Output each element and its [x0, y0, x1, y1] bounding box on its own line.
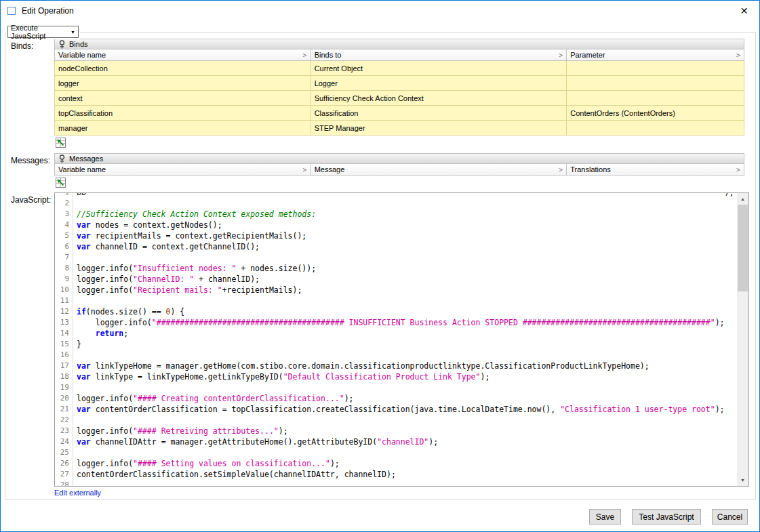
sort-indicator-icon: > [559, 166, 563, 173]
edit-table-icon [55, 137, 66, 148]
table-cell[interactable]: topClassification [55, 106, 311, 121]
binds-edit-table-button[interactable] [54, 137, 66, 149]
code-line[interactable]: logger.info("Insufficient nodes: " + nod… [74, 263, 734, 274]
code-line[interactable]: logger.info("#### Retreiving attributes.… [74, 426, 734, 436]
javascript-editor[interactable]: 1234567891011121314151617181920212223242… [54, 192, 749, 487]
table-row: loggerLogger [54, 76, 744, 91]
line-number: 5 [55, 230, 73, 241]
code-line[interactable]: var channelID = context.getChannelID(); [74, 241, 734, 252]
scroll-up-icon[interactable]: ▲ [737, 193, 748, 205]
table-cell[interactable] [567, 61, 744, 76]
save-button[interactable]: Save [589, 509, 621, 525]
binds-table-title: Binds [69, 40, 88, 48]
table-cell[interactable]: Current Object [311, 61, 567, 76]
code-line[interactable]: if(nodes.size() == 0) { [74, 306, 734, 317]
table-cell[interactable] [567, 91, 744, 106]
code-line[interactable]: var linkType = linkTypeHome.getLinkTypeB… [74, 371, 734, 382]
table-cell[interactable]: manager [55, 121, 311, 136]
code-line[interactable]: var nodes = context.getNodes(); [74, 220, 734, 230]
table-row: topClassificationClassificationContentOr… [54, 106, 744, 121]
binds-column-header[interactable]: Parameter> [567, 49, 744, 61]
edit-externally-link[interactable]: Edit externally [54, 489, 101, 497]
code-line[interactable]: var contentOrderClassification = topClas… [74, 404, 734, 415]
line-number: 12 [55, 306, 73, 317]
code-line[interactable]: logger.info("Recipient mails: "+recipien… [74, 285, 734, 295]
code-line[interactable] [74, 382, 734, 393]
code-line[interactable]: logger.info("###########################… [74, 317, 734, 328]
code-viewport[interactable]: bb ");//Sufficiency Check Action Context… [74, 193, 737, 486]
table-cell[interactable]: context [55, 91, 311, 106]
table-cell[interactable]: logger [55, 76, 311, 91]
titlebar: Edit Operation ✕ [1, 1, 759, 21]
messages-table: Messages Variable name>Message>Translati… [54, 153, 744, 176]
code-line[interactable] [74, 295, 734, 306]
editor-scrollbar[interactable]: ▲ ▼ [737, 193, 748, 486]
code-line[interactable] [74, 415, 734, 426]
code-line[interactable] [74, 350, 734, 361]
operation-type-select[interactable]: Execute JavaScript ▼ [7, 26, 79, 38]
cancel-button[interactable]: Cancel [712, 509, 748, 525]
binds-column-header[interactable]: Binds to> [311, 49, 567, 61]
line-number: 4 [55, 220, 73, 230]
code-line[interactable]: return; [74, 328, 734, 339]
table-cell[interactable] [567, 121, 744, 136]
code-line[interactable]: var linkTypeHome = manager.getHome(com.s… [74, 361, 734, 371]
line-number: 21 [55, 404, 73, 415]
column-label: Variable name [58, 165, 106, 173]
messages-table-caption: Messages [54, 153, 744, 164]
table-cell[interactable]: STEP Manager [311, 121, 567, 136]
javascript-label: JavaScript: [11, 195, 51, 205]
line-number: 15 [55, 339, 73, 350]
code-line[interactable]: } [74, 339, 734, 350]
binds-table-body: nodeCollectionCurrent ObjectloggerLogger… [54, 61, 744, 136]
line-number: 11 [55, 295, 73, 306]
window-icon [7, 7, 16, 15]
code-line[interactable] [74, 198, 734, 209]
code-area[interactable]: bb ");//Sufficiency Check Action Context… [74, 193, 734, 486]
code-line[interactable]: var channelIDAttr = manager.getAttribute… [74, 436, 734, 447]
line-number: 8 [55, 263, 73, 274]
column-label: Binds to [315, 51, 342, 59]
table-cell[interactable]: nodeCollection [55, 61, 311, 76]
line-number: 19 [55, 382, 73, 393]
table-row: nodeCollectionCurrent Object [54, 61, 744, 76]
code-line[interactable]: logger.info("#### Creating contentOrderC… [74, 393, 734, 404]
code-line[interactable] [74, 447, 734, 458]
line-number: 23 [55, 426, 73, 436]
table-row: contextSufficiency Check Action Context [54, 91, 744, 106]
messages-column-header[interactable]: Variable name> [55, 164, 311, 176]
binds-table-head: Variable name>Binds to>Parameter> [54, 49, 744, 61]
messages-edit-table-button[interactable] [54, 177, 66, 189]
table-cell[interactable]: ContentOrders (ContentOrders) [567, 106, 744, 121]
sort-indicator-icon: > [559, 52, 563, 59]
line-number: 13 [55, 317, 73, 328]
table-cell[interactable]: Classification [311, 106, 567, 121]
table-cell[interactable]: Sufficiency Check Action Context [311, 91, 567, 106]
sort-indicator-icon: > [736, 166, 740, 173]
dialog-buttons: Save Test JavaScript Cancel [589, 509, 748, 525]
close-button[interactable]: ✕ [729, 1, 759, 21]
sort-indicator-icon: > [303, 52, 307, 59]
code-line[interactable]: var recipientMails = context.getRecipien… [74, 230, 734, 241]
scrollbar-thumb[interactable] [738, 205, 748, 291]
code-line[interactable]: contentOrderClassification.setSimpleValu… [74, 469, 734, 480]
code-line[interactable]: bb "); [74, 193, 734, 198]
code-line[interactable]: logger.info("ChannelID: " + channelID); [74, 274, 734, 285]
table-cell[interactable] [567, 76, 744, 91]
line-numbers: 1234567891011121314151617181920212223242… [55, 193, 73, 486]
line-number: 17 [55, 361, 73, 371]
content-frame: Binds: Binds Variable name>Binds to>Para… [5, 32, 756, 500]
code-line[interactable] [74, 252, 734, 263]
operation-type-value: Execute JavaScript [11, 24, 71, 40]
edit-table-icon [55, 177, 66, 188]
code-line[interactable]: logger.info("#### Setting values on clas… [74, 458, 734, 469]
code-line[interactable] [74, 480, 734, 486]
table-cell[interactable]: Logger [311, 76, 567, 91]
code-line[interactable]: //Sufficiency Check Action Context expos… [74, 209, 734, 220]
test-javascript-button[interactable]: Test JavaScript [632, 509, 701, 525]
scroll-down-icon[interactable]: ▼ [737, 474, 748, 486]
binds-column-header[interactable]: Variable name> [55, 49, 311, 61]
messages-label: Messages: [11, 156, 50, 165]
messages-column-header[interactable]: Translations> [567, 164, 744, 176]
messages-column-header[interactable]: Message> [311, 164, 567, 176]
